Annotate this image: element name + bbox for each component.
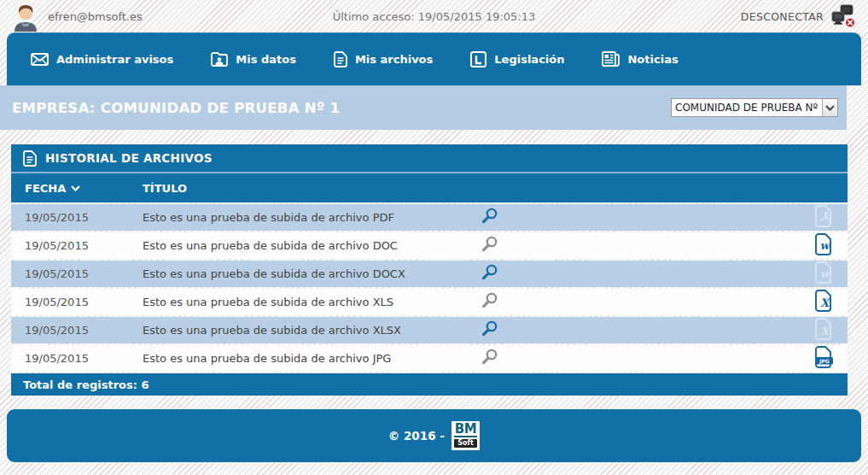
panel-header: HISTORIAL DE ARCHIVOS bbox=[11, 144, 848, 173]
column-label: FECHA bbox=[25, 182, 66, 195]
envelope-icon bbox=[31, 53, 49, 66]
svg-text:JPG: JPG bbox=[818, 357, 830, 364]
view-file-icon[interactable] bbox=[481, 291, 498, 309]
nav-item-administrar-avisos[interactable]: Administrar avisos bbox=[31, 53, 173, 66]
column-header-fecha[interactable]: FECHA bbox=[11, 182, 143, 195]
row-date: 19/05/2015 bbox=[11, 352, 143, 365]
row-title: Esto es una prueba de subida de archivo … bbox=[143, 296, 470, 308]
disconnect-label: DESCONECTAR bbox=[741, 10, 824, 23]
table-row: 19/05/2015 Esto es una prueba de subida … bbox=[11, 261, 848, 287]
row-date: 19/05/2015 bbox=[11, 324, 143, 337]
panel-title: HISTORIAL DE ARCHIVOS bbox=[45, 151, 213, 165]
disconnect-icon bbox=[830, 4, 856, 28]
table-footer: Total de registros: 6 bbox=[11, 373, 848, 396]
column-header-titulo[interactable]: TÍTULO bbox=[143, 182, 187, 195]
sort-desc-icon bbox=[71, 185, 80, 191]
xlsx-file-icon[interactable]: X bbox=[815, 318, 834, 340]
nav-label: Mis datos bbox=[236, 53, 296, 66]
legislation-icon bbox=[470, 51, 486, 67]
company-band: EMPRESA: COMUNIDAD DE PRUEBA Nº 1 COMUNI… bbox=[0, 85, 847, 130]
nav-label: Administrar avisos bbox=[56, 53, 173, 66]
view-file-icon[interactable] bbox=[481, 207, 498, 225]
row-date: 19/05/2015 bbox=[11, 267, 143, 280]
document-icon bbox=[334, 51, 347, 67]
newspaper-icon bbox=[602, 51, 620, 67]
column-label: TÍTULO bbox=[143, 182, 187, 195]
nav-item-mis-archivos[interactable]: Mis archivos bbox=[334, 51, 433, 67]
row-date: 19/05/2015 bbox=[11, 296, 143, 308]
pdf-file-icon[interactable] bbox=[815, 205, 834, 227]
user-avatar-icon bbox=[12, 3, 39, 32]
bmsoft-logo: BM Soft bbox=[451, 421, 480, 450]
top-bar: efren@bmsoft.es Último acceso: 19/05/201… bbox=[0, 0, 868, 32]
document-icon bbox=[23, 150, 37, 167]
chevron-down-icon bbox=[822, 99, 837, 116]
jpg-file-icon[interactable]: JPG bbox=[815, 346, 834, 368]
nav-item-legislacion[interactable]: Legislación bbox=[470, 51, 564, 67]
view-file-icon[interactable] bbox=[481, 348, 498, 366]
row-title: Esto es una prueba de subida de archivo … bbox=[143, 352, 470, 365]
nav-item-noticias[interactable]: Noticias bbox=[602, 51, 678, 67]
company-select[interactable]: COMUNIDAD DE PRUEBA Nº 1 bbox=[671, 98, 838, 117]
row-title: Esto es una prueba de subida de archivo … bbox=[143, 211, 470, 224]
page-footer: © 2016 - BM Soft bbox=[7, 409, 861, 462]
nav-label: Legislación bbox=[494, 53, 564, 66]
table-row: 19/05/2015 Esto es una prueba de subida … bbox=[11, 345, 848, 372]
table-row: 19/05/2015 Esto es una prueba de subida … bbox=[11, 289, 848, 315]
company-title: EMPRESA: COMUNIDAD DE PRUEBA Nº 1 bbox=[12, 100, 340, 116]
disconnect-button[interactable]: DESCONECTAR bbox=[741, 4, 856, 28]
nav-label: Noticias bbox=[627, 53, 678, 66]
row-date: 19/05/2015 bbox=[11, 239, 143, 252]
main-nav: Administrar avisos Mis datos Mis archivo… bbox=[7, 32, 861, 85]
company-select-value: COMUNIDAD DE PRUEBA Nº 1 bbox=[672, 102, 822, 114]
copyright-text: © 2016 - bbox=[388, 429, 445, 443]
row-title: Esto es una prueba de subida de archivo … bbox=[143, 324, 470, 337]
xls-file-icon[interactable]: X bbox=[815, 290, 834, 312]
view-file-icon[interactable] bbox=[481, 320, 498, 337]
doc-file-icon[interactable]: w bbox=[815, 233, 834, 255]
view-file-icon[interactable] bbox=[481, 235, 498, 253]
svg-text:X: X bbox=[820, 324, 830, 337]
logo-soft-text: Soft bbox=[454, 439, 477, 448]
svg-text:X: X bbox=[820, 296, 830, 308]
row-title: Esto es una prueba de subida de archivo … bbox=[143, 267, 470, 280]
view-file-icon[interactable] bbox=[481, 263, 498, 281]
user-card-icon bbox=[211, 52, 228, 67]
file-history-panel: HISTORIAL DE ARCHIVOS FECHA TÍTULO 19/05… bbox=[11, 144, 848, 396]
table-header-row: FECHA TÍTULO bbox=[11, 173, 848, 202]
row-date: 19/05/2015 bbox=[11, 211, 143, 224]
user-email: efren@bmsoft.es bbox=[48, 10, 143, 23]
logo-bm-text: BM bbox=[454, 423, 477, 437]
table-row: 19/05/2015 Esto es una prueba de subida … bbox=[11, 317, 848, 343]
table-row: 19/05/2015 Esto es una prueba de subida … bbox=[11, 204, 848, 231]
docx-file-icon[interactable]: w bbox=[815, 261, 834, 284]
row-title: Esto es una prueba de subida de archivo … bbox=[143, 239, 470, 252]
nav-item-mis-datos[interactable]: Mis datos bbox=[211, 52, 296, 67]
total-records-label: Total de registros: 6 bbox=[23, 378, 149, 391]
table-row: 19/05/2015 Esto es una prueba de subida … bbox=[11, 232, 848, 259]
nav-label: Mis archivos bbox=[355, 53, 433, 66]
